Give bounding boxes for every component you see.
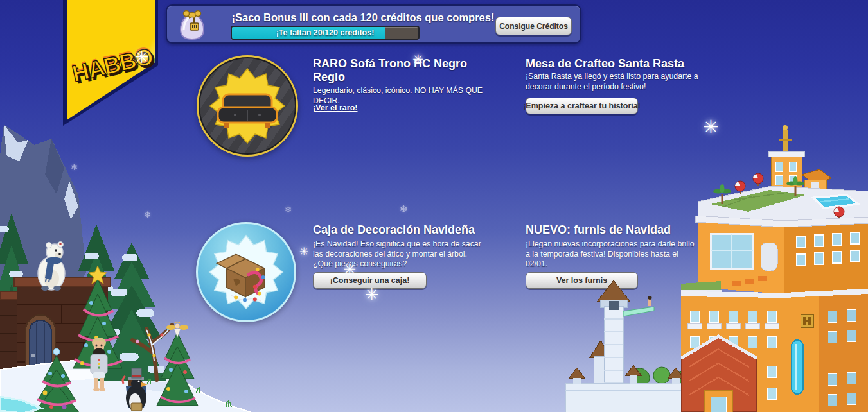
sparkle-icon: ✳	[703, 118, 718, 137]
get-credits-button[interactable]: Consigue Créditos	[495, 17, 572, 35]
get-box-button[interactable]: ¡Conseguir una caja!	[313, 272, 427, 289]
hotel-h-emblem	[801, 314, 813, 327]
habbo-logo-icon[interactable]: HABBO HABBO HABBO	[67, 37, 157, 96]
diving-tower	[590, 280, 630, 412]
lower-floors	[681, 289, 868, 412]
hotel-tower	[768, 125, 831, 190]
snowflake-icon: ❄	[400, 204, 408, 214]
snowy-pine-tree	[0, 213, 35, 354]
ice-pool	[0, 397, 41, 412]
habbo-landing-page: HABBO HABBO HABBO ¡Saco Bonus III con ca…	[0, 0, 868, 412]
terrace	[681, 281, 722, 294]
article-title-furnis-navidad: NUEVO: furnis de Navidad	[526, 223, 718, 237]
snow-ground	[0, 359, 270, 412]
article-title-raro-sofa: RARO Sofá Trono HC Negro Regio	[313, 57, 467, 84]
snowflake-icon: ❄	[285, 205, 292, 214]
pool-wall	[565, 365, 694, 412]
hc-sofa-badge-art	[199, 57, 296, 155]
hc-sofa-starburst-badge	[197, 55, 298, 157]
start-crafting-button[interactable]: ¡Empieza a craftear tu historia!	[526, 98, 638, 114]
snowflake-icon: ✳	[299, 246, 308, 257]
umbrellas	[735, 173, 844, 219]
snowy-pine-tree	[96, 243, 167, 389]
grass-tufts	[148, 379, 231, 407]
article-body-mesa-crafteo: ¡Santa Rasta ya llegó y está listo para …	[526, 72, 702, 92]
xmas-box-badge-art	[198, 224, 294, 320]
bonus-sack-icon	[175, 8, 209, 42]
xmas-box-starburst-badge	[196, 222, 296, 322]
diving-tower-scene	[565, 280, 694, 412]
article-body-caja-navidad: ¡Es Navidad! Eso significa que es hora d…	[313, 239, 483, 270]
credits-progress-bar: ¡Te faltan 20/120 créditos!	[231, 26, 420, 40]
see-rare-link[interactable]: ¡Ver el raro!	[313, 103, 357, 112]
christmas-tree-star	[73, 266, 122, 376]
christmas-tree-small	[33, 348, 80, 412]
brick-wall	[0, 277, 111, 412]
see-furnis-button[interactable]: Ver los furnis	[526, 272, 638, 289]
credits-progress-label: ¡Te faltan 20/120 créditos!	[232, 27, 418, 39]
credits-bonus-banner: ¡Saco Bonus III con cada 120 créditos qu…	[166, 4, 581, 44]
christmas-tree-angel	[157, 322, 198, 406]
snowflake-icon: ❄	[71, 163, 78, 171]
rooftop-pool	[813, 195, 858, 208]
rooftop-deck	[698, 186, 868, 225]
mountain	[0, 124, 86, 322]
red-tile-roof	[681, 336, 757, 412]
snowy-pine-tree	[73, 225, 120, 309]
black-sofa-icon	[218, 94, 277, 128]
article-title-caja-navidad: Caja de Decoración Navideña	[313, 223, 506, 237]
hotel-building	[681, 122, 868, 412]
diving-board	[623, 296, 654, 316]
bare-tree-lights	[132, 325, 172, 380]
water-slide	[792, 340, 803, 394]
article-body-furnis-navidad: ¡Llegan nuevas incorporaciones para darl…	[526, 239, 700, 270]
polar-bear	[38, 242, 65, 291]
article-title-mesa-crafteo: Mesa de Crafteo Santa Rasta	[526, 57, 718, 71]
penguin-character	[123, 368, 148, 411]
bushes	[630, 367, 689, 388]
avatar-character	[91, 338, 107, 391]
upper-floors	[695, 216, 868, 294]
palm-trees	[713, 176, 804, 204]
arched-door	[26, 315, 55, 384]
snowflake-icon: ❄	[144, 210, 151, 219]
banner-title: ¡Saco Bonus III con cada 120 créditos qu…	[228, 12, 498, 24]
